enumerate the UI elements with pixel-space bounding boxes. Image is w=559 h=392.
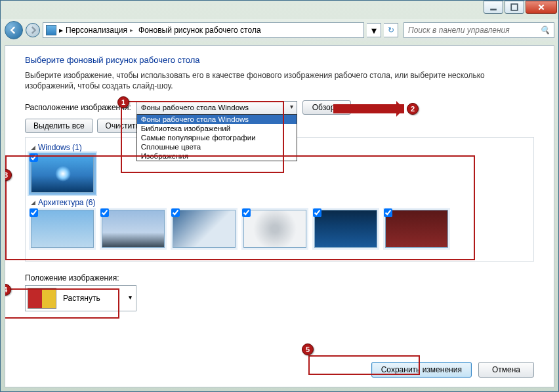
position-combo[interactable]: Растянуть — [25, 285, 136, 311]
chevron-right-icon: ▸ — [130, 27, 133, 33]
wallpaper-thumb[interactable] — [173, 210, 236, 248]
annotation-marker-3: 3 — [5, 169, 12, 181]
nav-forward-button[interactable] — [26, 23, 40, 37]
group-label: Windows (1) — [38, 143, 82, 152]
wallpaper-checkbox[interactable] — [100, 208, 109, 217]
location-combo[interactable]: Фоны рабочего стола Windows Фоны рабочег… — [136, 101, 297, 115]
position-preview — [28, 288, 56, 309]
minimize-button[interactable] — [484, 1, 503, 14]
search-input[interactable] — [408, 26, 540, 35]
page-title: Выберите фоновый рисунок рабочего стола — [25, 55, 534, 65]
wallpaper-checkbox[interactable] — [171, 208, 180, 217]
breadcrumb-desktop-background[interactable]: Фоновый рисунок рабочего стола — [136, 26, 264, 35]
wallpaper-thumb[interactable] — [31, 155, 94, 193]
collapse-icon: ◢ — [31, 199, 35, 206]
location-row: Расположение изображения: Фоны рабочего … — [25, 100, 534, 115]
breadcrumb-personalization[interactable]: Персонализация ▸ — [63, 26, 136, 35]
breadcrumb-label: Фоновый рисунок рабочего стола — [138, 26, 261, 35]
location-label: Расположение изображения: — [25, 103, 131, 112]
wallpaper-checkbox[interactable] — [384, 208, 392, 217]
wallpaper-item[interactable] — [314, 210, 377, 248]
control-panel-icon — [46, 25, 56, 35]
address-bar[interactable]: ▸ Персонализация ▸ Фоновый рисунок рабоч… — [43, 22, 364, 38]
combo-item[interactable]: Библиотека изображений — [137, 124, 297, 133]
cancel-button[interactable]: Отмена — [478, 362, 534, 378]
location-combo-button[interactable]: Фоны рабочего стола Windows — [136, 101, 297, 115]
window-controls — [484, 1, 557, 14]
navbar: ▸ Персонализация ▸ Фоновый рисунок рабоч… — [1, 19, 558, 41]
annotation-marker-1: 1 — [117, 96, 129, 108]
wallpaper-checkbox[interactable] — [313, 208, 321, 217]
wallpaper-item[interactable] — [31, 210, 94, 248]
combo-item[interactable]: Самые популярные фотографии — [137, 133, 297, 142]
explorer-window: ▸ Персонализация ▸ Фоновый рисунок рабоч… — [0, 0, 559, 392]
refresh-button[interactable]: ↻ — [384, 23, 398, 37]
combo-item[interactable]: Сплошные цвета — [137, 142, 297, 151]
maximize-button[interactable] — [505, 1, 524, 14]
combo-item[interactable]: Изображения — [137, 151, 297, 161]
titlebar — [1, 1, 558, 19]
combo-item[interactable]: Фоны рабочего стола Windows — [137, 115, 297, 124]
nav-back-button[interactable] — [5, 21, 23, 39]
annotation-marker-5: 5 — [302, 343, 314, 355]
wallpaper-item[interactable] — [385, 210, 448, 248]
content-area: Выберите фоновый рисунок рабочего стола … — [5, 45, 554, 387]
wallpaper-checkbox[interactable] — [242, 208, 251, 217]
group-header-architecture[interactable]: ◢ Архитектура (6) — [31, 198, 528, 207]
refresh-icon: ↻ — [388, 26, 394, 35]
wallpaper-thumb[interactable] — [243, 210, 306, 248]
address-history-button[interactable]: ▾ — [367, 23, 381, 37]
location-combo-list: Фоны рабочего стола Windows Библиотека и… — [136, 114, 297, 161]
select-all-button[interactable]: Выделить все — [25, 119, 93, 133]
wallpaper-item[interactable] — [31, 155, 94, 193]
position-label: Положение изображения: — [25, 273, 534, 283]
group-label: Архитектура (6) — [38, 198, 96, 207]
annotation-marker-4: 4 — [5, 284, 11, 296]
annotation-marker-2: 2 — [407, 103, 419, 115]
svg-rect-0 — [490, 9, 497, 10]
wallpaper-item[interactable] — [102, 210, 165, 248]
svg-rect-1 — [511, 4, 518, 10]
wallpaper-checkbox[interactable] — [30, 208, 38, 217]
annotation-arrow-2 — [333, 104, 404, 113]
wallpaper-thumb[interactable] — [314, 210, 377, 248]
search-box[interactable]: 🔍 — [404, 22, 554, 38]
collapse-icon: ◢ — [31, 144, 35, 151]
thumbs-architecture — [31, 210, 528, 248]
wallpaper-thumb[interactable] — [385, 210, 448, 248]
wallpaper-checkbox[interactable] — [30, 153, 38, 162]
save-button[interactable]: Сохранить изменения — [371, 362, 472, 378]
breadcrumb-label: Персонализация — [66, 26, 127, 35]
close-button[interactable] — [526, 1, 557, 14]
wallpaper-thumb[interactable] — [31, 210, 94, 248]
wallpaper-thumb[interactable] — [102, 210, 165, 248]
footer-buttons: Сохранить изменения Отмена — [371, 362, 534, 378]
search-icon: 🔍 — [540, 26, 550, 35]
wallpaper-item[interactable] — [243, 210, 306, 248]
page-description: Выберите изображение, чтобы использовать… — [25, 70, 534, 91]
position-value: Растянуть — [63, 294, 100, 303]
wallpaper-item[interactable] — [173, 210, 236, 248]
